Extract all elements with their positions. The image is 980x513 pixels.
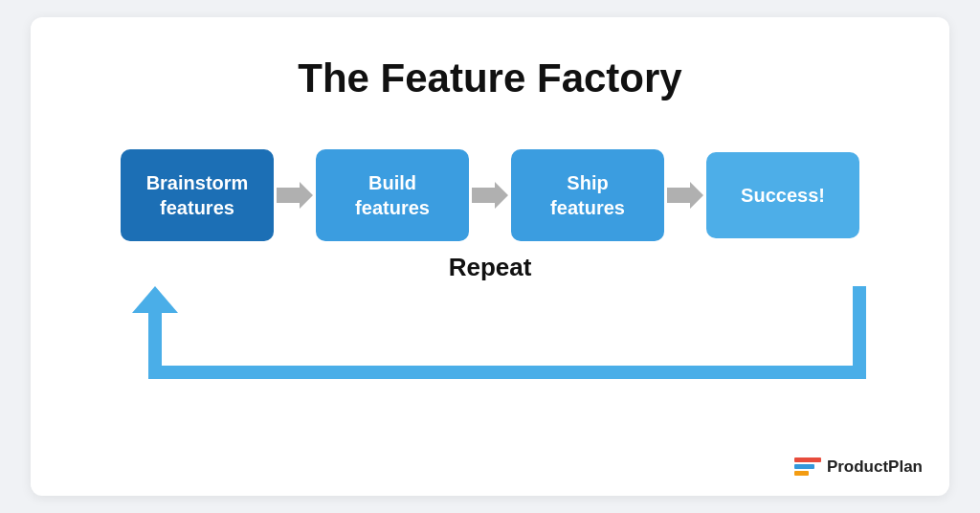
svg-marker-1 <box>472 182 508 209</box>
repeat-label: Repeat <box>78 253 902 282</box>
svg-marker-2 <box>667 182 703 209</box>
box-success: Success! <box>706 152 859 238</box>
arrow-1 <box>274 180 316 211</box>
main-card: The Feature Factory Brainstormfeatures B… <box>31 17 949 496</box>
logo-icon <box>794 457 821 477</box>
page-title: The Feature Factory <box>298 56 681 101</box>
box-ship-label: Shipfeatures <box>550 170 625 220</box>
logo-bar-red <box>794 457 821 462</box>
logo-bar-orange <box>794 471 809 476</box>
logo-bar-blue <box>794 464 814 469</box>
box-brainstorm-label: Brainstormfeatures <box>146 170 249 220</box>
box-success-label: Success! <box>741 183 825 208</box>
logo-text: ProductPlan <box>827 457 923 477</box>
productplan-logo: ProductPlan <box>794 457 923 477</box>
svg-marker-3 <box>132 286 178 313</box>
flow-area: Brainstormfeatures Buildfeatures Shipf <box>78 149 902 391</box>
box-brainstorm: Brainstormfeatures <box>121 149 274 241</box>
arrow-3 <box>664 180 706 211</box>
arrow-2 <box>469 180 511 211</box>
svg-marker-0 <box>277 182 313 209</box>
repeat-arrow <box>78 286 902 391</box>
box-build-label: Buildfeatures <box>355 170 430 220</box>
box-ship: Shipfeatures <box>511 149 664 241</box>
boxes-row: Brainstormfeatures Buildfeatures Shipf <box>78 149 902 241</box>
repeat-section: Repeat <box>78 241 902 391</box>
box-build: Buildfeatures <box>316 149 469 241</box>
